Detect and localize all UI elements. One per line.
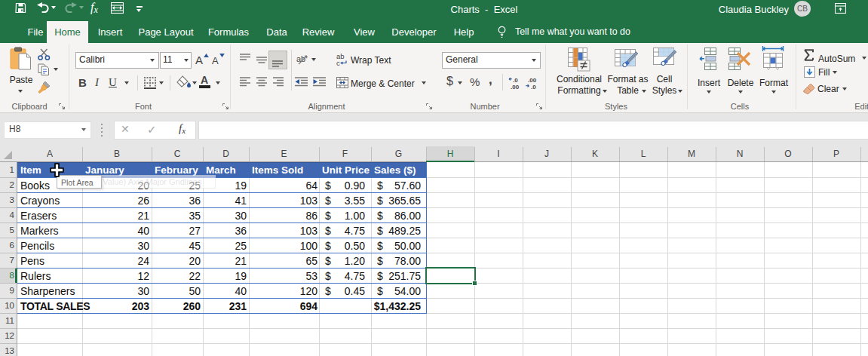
svg-text:c: c: [336, 59, 340, 66]
svg-text:.00: .00: [528, 77, 537, 84]
svg-text:.0: .0: [531, 84, 536, 90]
svg-text:.0: .0: [513, 77, 518, 84]
svg-text:.00: .00: [511, 84, 520, 90]
